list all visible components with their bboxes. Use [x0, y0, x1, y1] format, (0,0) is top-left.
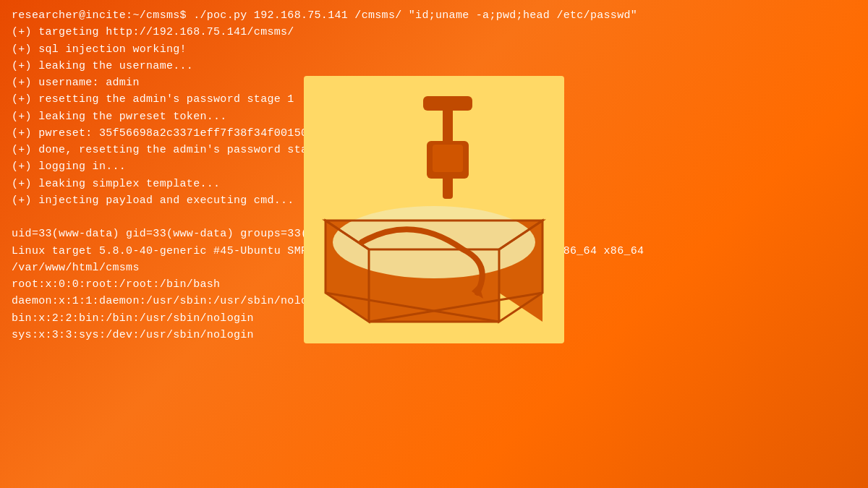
- sandbox-logo: [304, 76, 564, 343]
- svg-rect-17: [423, 96, 472, 111]
- terminal-line-l1: (+) targeting http://192.168.75.141/cmsm…: [12, 24, 856, 40]
- terminal-line-l3: (+) leaking the username...: [12, 58, 856, 74]
- terminal-line-l2: (+) sql injection working!: [12, 41, 856, 58]
- terminal-line-cmd: researcher@incite:~/cmsms$ ./poc.py 192.…: [12, 7, 856, 24]
- svg-rect-16: [433, 145, 463, 172]
